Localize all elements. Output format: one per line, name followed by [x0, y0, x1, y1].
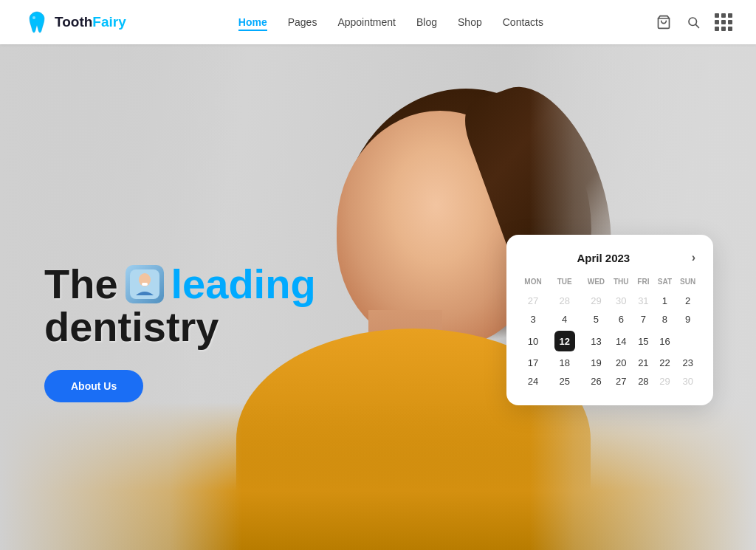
about-us-button[interactable]: About Us [44, 370, 143, 402]
cal-day[interactable]: 3 [520, 310, 546, 329]
nav-item-blog[interactable]: Blog [416, 16, 437, 29]
cal-day[interactable]: 15 [633, 329, 654, 354]
logo-text: ToothFairy [55, 14, 126, 30]
calendar-week-1: 27 28 29 30 31 1 2 [520, 292, 700, 310]
svg-rect-6 [142, 283, 148, 286]
cal-day[interactable]: 4 [546, 310, 583, 329]
cal-day[interactable]: 31 [633, 292, 654, 310]
cal-day[interactable] [676, 329, 700, 354]
cal-day[interactable]: 1 [654, 292, 676, 310]
cal-day[interactable]: 7 [633, 310, 654, 329]
cal-day[interactable]: 17 [520, 354, 546, 372]
tooth-logo-icon [24, 9, 50, 35]
calendar-next-button[interactable]: › [687, 250, 700, 266]
cal-day[interactable]: 25 [546, 372, 583, 391]
doctor-thumbnail [126, 265, 164, 303]
cal-day[interactable]: 27 [609, 372, 633, 391]
calendar-table: MON TUE WED THU FRI SAT SUN 27 28 29 30 … [520, 276, 700, 391]
cal-day[interactable]: 16 [654, 329, 676, 354]
cal-day[interactable]: 14 [609, 329, 633, 354]
cal-day[interactable]: 22 [654, 354, 676, 372]
cal-day[interactable]: 26 [583, 372, 609, 391]
day-header-wed: WED [583, 276, 609, 292]
cal-day[interactable]: 2 [676, 292, 700, 310]
cal-day[interactable]: 10 [520, 329, 546, 354]
calendar-day-headers: MON TUE WED THU FRI SAT SUN [520, 276, 700, 292]
nav-link-contacts[interactable]: Contacts [503, 16, 543, 28]
hero-title-dentistry: dentistry [44, 303, 219, 350]
cal-day[interactable]: 24 [520, 372, 546, 391]
nav-item-contacts[interactable]: Contacts [503, 16, 543, 29]
cal-day[interactable]: 5 [583, 310, 609, 329]
svg-point-0 [32, 16, 35, 19]
hero-title-the: The [44, 264, 118, 305]
cal-day[interactable]: 18 [546, 354, 583, 372]
nav-link-blog[interactable]: Blog [416, 16, 437, 28]
nav-item-pages[interactable]: Pages [288, 16, 317, 29]
hero-title-row2: dentistry [44, 306, 316, 348]
day-header-fri: FRI [633, 276, 654, 292]
cart-icon[interactable] [656, 14, 672, 30]
day-header-tue: TUE [546, 276, 583, 292]
cal-day[interactable]: 30 [676, 372, 700, 391]
svg-line-3 [695, 24, 698, 27]
nav-item-appointment[interactable]: Appointment [337, 16, 396, 29]
calendar-widget: April 2023 › MON TUE WED THU FRI SAT SUN… [506, 235, 713, 405]
cal-day[interactable]: 30 [609, 292, 633, 310]
cal-day[interactable]: 21 [633, 354, 654, 372]
cal-day[interactable]: 20 [609, 354, 633, 372]
cal-day[interactable]: 28 [633, 372, 654, 391]
nav-link-shop[interactable]: Shop [458, 16, 482, 28]
calendar-header: April 2023 › [520, 250, 700, 266]
cal-day[interactable]: 29 [583, 292, 609, 310]
nav-link-appointment[interactable]: Appointment [337, 16, 396, 28]
hero-title-row1: The leading [44, 264, 316, 305]
cal-day[interactable]: 8 [654, 310, 676, 329]
cal-day[interactable]: 28 [546, 292, 583, 310]
nav-item-home[interactable]: Home [238, 16, 267, 29]
calendar-week-4: 17 18 19 20 21 22 23 [520, 354, 700, 372]
calendar-month-title: April 2023 [577, 252, 630, 264]
hero-section: The leading dentistry About Us A [0, 44, 756, 550]
logo[interactable]: ToothFairy [24, 9, 126, 35]
cal-day[interactable]: 9 [676, 310, 700, 329]
day-header-mon: MON [520, 276, 546, 292]
cal-day[interactable]: 29 [654, 372, 676, 391]
navbar: ToothFairy Home Pages Appointment Blog S… [0, 0, 756, 44]
day-header-thu: THU [609, 276, 633, 292]
day-header-sat: SAT [654, 276, 676, 292]
cal-day[interactable]: 6 [609, 310, 633, 329]
hero-title-leading: leading [171, 264, 316, 305]
calendar-week-2: 3 4 5 6 7 8 9 [520, 310, 700, 329]
cal-day-today[interactable]: 12 [546, 329, 583, 354]
nav-link-pages[interactable]: Pages [288, 16, 317, 28]
nav-right [656, 13, 732, 31]
calendar-week-3: 10 12 13 14 15 16 [520, 329, 700, 354]
day-header-sun: SUN [676, 276, 700, 292]
cal-day[interactable]: 13 [583, 329, 609, 354]
cal-day[interactable]: 23 [676, 354, 700, 372]
nav-link-home[interactable]: Home [238, 16, 267, 31]
hero-text: The leading dentistry About Us [44, 264, 316, 402]
calendar-week-5: 24 25 26 27 28 29 30 [520, 372, 700, 391]
cal-day[interactable]: 27 [520, 292, 546, 310]
nav-links: Home Pages Appointment Blog Shop Contact… [238, 16, 543, 29]
nav-item-shop[interactable]: Shop [458, 16, 482, 29]
grid-menu-icon[interactable] [715, 13, 732, 31]
search-icon[interactable] [685, 14, 701, 30]
cal-day[interactable]: 19 [583, 354, 609, 372]
